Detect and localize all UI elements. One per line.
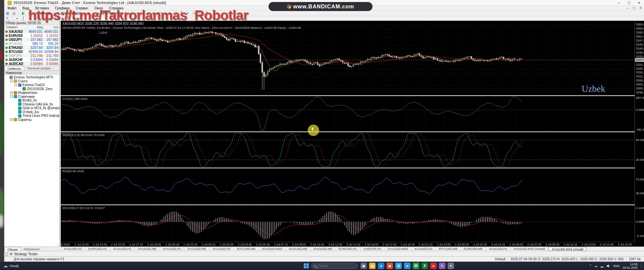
collapse-icon[interactable]: − (14, 84, 17, 86)
show-desktop-button[interactable] (641, 263, 642, 269)
navigator-item[interactable]: 291015528: Zero (4, 87, 59, 91)
tray-expand-icon[interactable]: ⌃ (589, 264, 592, 268)
market-watch-row-USDJPY[interactable]: USDJPY157.982157.982 (4, 38, 59, 42)
crosshair-icon[interactable]: ＋ (14, 16, 20, 20)
chart-tab[interactable]: XAUUSD,M15 (visual) (548, 247, 587, 251)
navigator-tab-common[interactable]: Общие (4, 247, 21, 251)
navigator-item[interactable]: +Скрипты (4, 118, 59, 122)
chart-canvas[interactable] (61, 21, 635, 247)
market-watch-row-AUDCAD[interactable]: AUDCAD0.925840.92585 (4, 62, 59, 66)
chart-tab[interactable]: XAUUSD,M15 (visual) (510, 247, 548, 251)
text-icon[interactable]: A (55, 16, 61, 20)
profiles-icon[interactable]: ▤ (11, 11, 17, 15)
navigator-item[interactable]: +Индикаторы (4, 91, 59, 95)
mdi-minimize-button[interactable]: ─ (624, 6, 631, 10)
chart-tab[interactable]: EURUSD,M5 (461, 247, 486, 251)
arrows-icon[interactable]: ↗ (71, 16, 77, 20)
panel-splitter[interactable] (61, 131, 644, 132)
chart-tab[interactable]: EURUSD,H1 (85, 247, 110, 251)
auto-scroll-icon[interactable]: ⇥ (134, 11, 140, 15)
candles-icon[interactable]: ║ (179, 11, 184, 15)
search-input[interactable] (318, 264, 352, 268)
collapse-icon[interactable]: − (10, 95, 13, 98)
horizontal-line-icon[interactable]: ─ (27, 16, 33, 20)
menu-Окно[interactable]: Окно (91, 6, 106, 10)
navigator-tab-favorites[interactable]: Избранное (21, 247, 43, 251)
data-window-icon[interactable]: ▥ (27, 11, 33, 15)
column-bid[interactable]: Бид (28, 25, 44, 29)
market-watch-icon[interactable]: ◧ (20, 11, 26, 15)
chart-tab[interactable]: XAUUSD,M5 (184, 247, 209, 251)
edge-icon[interactable]: e (378, 263, 384, 269)
navigator-item[interactable]: −Счета (4, 79, 59, 83)
templates-icon[interactable]: ▧ (156, 11, 162, 15)
cursor-icon[interactable]: ↖ (5, 16, 10, 20)
indicators-icon[interactable]: ✚ (141, 11, 146, 15)
market-watch-row-AUDCHF[interactable]: AUDCHF0.534940.53494 (4, 58, 59, 62)
trendline-icon[interactable]: ╱ (36, 16, 42, 20)
chart-tab[interactable]: EURUSD,H1 (336, 247, 360, 251)
mdi-close-button[interactable]: ✕ (637, 6, 644, 10)
market-watch-row-BCHUSD[interactable]: BCHUSD585.73592.20 (4, 42, 59, 46)
navigator-item[interactable]: O'zbek_Ea (4, 110, 59, 114)
zoom-out-icon[interactable]: － (169, 11, 175, 15)
menu-Справка[interactable]: Справка (106, 6, 127, 10)
start-button[interactable] (304, 263, 309, 268)
collapse-icon[interactable]: − (10, 80, 13, 82)
label-icon[interactable]: T (65, 16, 70, 20)
expand-icon[interactable]: + (10, 91, 13, 94)
navigator-icon[interactable]: ⊞ (33, 11, 39, 15)
price-scale[interactable]: 3328.830 3363.8703359.8953355.9203351.94… (635, 21, 644, 242)
fibonacci-icon[interactable]: 𝄚 (49, 16, 55, 20)
telegram-icon[interactable]: ➤ (404, 263, 410, 269)
bandicam-icon[interactable]: ● (430, 263, 437, 269)
excel-icon[interactable]: X (422, 263, 428, 269)
vertical-line-icon[interactable]: │ (20, 16, 26, 20)
navigator-item[interactable]: −Советники (4, 95, 59, 99)
menu-Файл[interactable]: Файл (4, 6, 19, 10)
line-chart-icon[interactable]: ∿ (191, 11, 197, 15)
menu-Вид[interactable]: Вид (19, 6, 32, 10)
chart-tab[interactable]: XAUUSD,M5 (310, 247, 335, 251)
chart-tab[interactable]: XAUUSD,M15 (259, 247, 286, 251)
market-watch-tab-symbols[interactable]: Символы (4, 66, 24, 70)
channel-icon[interactable]: ⫽ (43, 16, 48, 20)
profile-name[interactable]: Default (495, 257, 506, 261)
chart-tab[interactable]: XAUUSD,M5 (135, 247, 160, 251)
zoom-in-icon[interactable]: ＋ (163, 11, 168, 15)
column-ask[interactable]: Аск (44, 25, 59, 29)
task-view-icon[interactable]: ▣ (360, 263, 367, 269)
market-watch-row-BTCUSD[interactable]: BTCUSD92999.8492999.84 (4, 50, 59, 54)
dock-grip-icon[interactable] (5, 252, 8, 256)
onedrive-icon[interactable]: ☁ (594, 264, 597, 268)
market-watch-row-ETHUSD[interactable]: ETHUSD3207.843207.84 (4, 46, 59, 50)
navigator-item[interactable]: Exness Technologies MT4 (4, 75, 59, 79)
help-icon[interactable]: ? (204, 11, 210, 15)
navigator-item[interactable]: −Exness-Trial15 (4, 83, 59, 87)
chart-shift-icon[interactable]: ↦ (128, 11, 134, 15)
weather-widget[interactable]: ☁ Cloudy (3, 263, 19, 268)
panel-splitter[interactable] (61, 167, 644, 168)
chart-tab[interactable]: XAUUSD,H1 (110, 247, 135, 251)
strategy-tester-icon[interactable]: ◩ (46, 11, 52, 15)
panel-splitter[interactable] (61, 95, 644, 96)
menu-Вставка[interactable]: Вставка (32, 6, 52, 10)
strategy-tester-bar[interactable]: Strategy Tester (4, 251, 644, 256)
chart-tab[interactable]: BTCUSD,M5 (234, 247, 259, 251)
terminal-icon[interactable]: ▣ (40, 11, 45, 15)
menu-Сервис[interactable]: Сервис (73, 6, 92, 10)
store-icon[interactable]: ⊞ (395, 263, 402, 269)
paint-icon[interactable]: ✎ (439, 263, 445, 269)
market-watch-tab-tick-chart[interactable]: Тиковый график (24, 66, 54, 70)
chart-tab[interactable]: BTCUSD,M5 (436, 247, 461, 251)
autotrade-button[interactable]: ▶Авто-торговля (95, 11, 125, 15)
chart-tab[interactable]: XAUUSD,H1 (160, 247, 184, 251)
chart-tab[interactable]: XAUUSD,H1 (209, 247, 234, 251)
keyboard-language[interactable]: ENG (613, 264, 620, 268)
metatrader-icon[interactable]: M (413, 263, 419, 269)
chart-tab[interactable]: XAUUSD,H1 (61, 247, 85, 251)
chart-window[interactable]: XAUUSD,M15 3336.220 3336.440 3334.810 33… (61, 21, 644, 247)
panel-splitter[interactable] (61, 204, 644, 205)
metaeditor-icon[interactable]: ◆ (86, 11, 92, 15)
chart-tab[interactable]: XAUUSD,M5 (286, 247, 310, 251)
